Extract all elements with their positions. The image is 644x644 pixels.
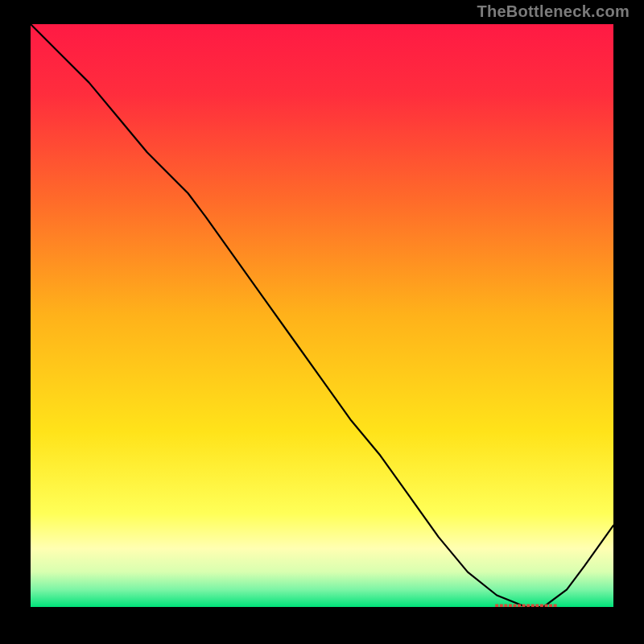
svg-rect-10	[540, 605, 543, 608]
svg-rect-9	[535, 605, 539, 608]
svg-rect-5	[518, 605, 521, 608]
bottleneck-chart	[31, 24, 613, 607]
svg-rect-6	[522, 605, 526, 608]
svg-rect-4	[514, 605, 517, 608]
attribution-label: TheBottleneck.com	[477, 2, 630, 21]
svg-rect-12	[549, 605, 552, 608]
chart-frame: TheBottleneck.com	[0, 0, 644, 644]
svg-rect-13	[554, 605, 557, 608]
svg-rect-7	[526, 605, 530, 608]
svg-rect-3	[509, 605, 512, 608]
svg-rect-2	[504, 605, 507, 608]
svg-rect-8	[531, 605, 535, 608]
plot-background	[31, 24, 613, 607]
svg-rect-11	[545, 605, 548, 608]
svg-rect-1	[500, 605, 503, 608]
svg-rect-0	[495, 605, 498, 608]
